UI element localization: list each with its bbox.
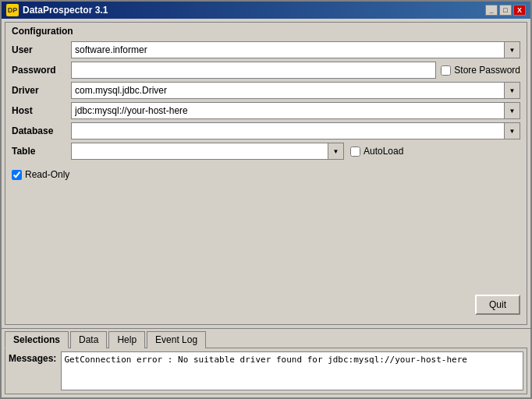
title-bar: DP DataProspector 3.1 _ □ X (2, 2, 530, 19)
messages-text: GetConnection error : No suitable driver… (64, 355, 467, 365)
main-window: DP DataProspector 3.1 _ □ X Configuratio… (0, 0, 532, 399)
tabs-bar: Selections Data Help Event Log (2, 328, 530, 348)
minimize-button[interactable]: _ (485, 5, 498, 16)
readonly-label: Read-Only (25, 169, 69, 180)
database-combo[interactable] (71, 122, 520, 139)
title-bar-left: DP DataProspector 3.1 (6, 4, 108, 16)
tab-data[interactable]: Data (70, 331, 107, 348)
user-row: User (12, 41, 520, 58)
database-input[interactable] (72, 123, 504, 139)
password-label: Password (12, 65, 66, 76)
host-combo[interactable] (71, 102, 520, 119)
password-row: Password Store Password (12, 62, 520, 79)
user-label: User (12, 44, 66, 55)
driver-dropdown-btn[interactable] (504, 83, 520, 98)
autoload-label: AutoLoad (364, 146, 403, 157)
autoload-wrapper: AutoLoad (350, 146, 403, 157)
password-input[interactable] (71, 62, 436, 79)
content-area: Configuration User Password Store Passwo… (2, 19, 530, 328)
table-row: Table AutoLoad (12, 143, 520, 160)
readonly-checkbox[interactable] (12, 170, 22, 180)
readonly-row: Read-Only (12, 169, 520, 180)
messages-panel: Messages: GetConnection error : No suita… (5, 348, 527, 394)
host-row: Host (12, 102, 520, 119)
app-icon: DP (6, 4, 19, 16)
tab-event-log[interactable]: Event Log (147, 331, 206, 348)
tab-selections[interactable]: Selections (5, 331, 69, 348)
close-button[interactable]: X (513, 5, 526, 16)
table-label: Table (12, 146, 66, 157)
window-title: DataProspector 3.1 (23, 5, 108, 16)
messages-box: GetConnection error : No suitable driver… (61, 351, 523, 390)
user-combo[interactable] (71, 41, 520, 58)
driver-label: Driver (12, 85, 66, 96)
messages-label: Messages: (9, 353, 56, 364)
table-combo[interactable] (71, 143, 344, 160)
host-dropdown-btn[interactable] (504, 103, 520, 118)
store-password-wrapper: Store Password (441, 65, 520, 76)
tab-help[interactable]: Help (108, 331, 145, 348)
table-dropdown-btn[interactable] (328, 143, 343, 159)
user-dropdown-btn[interactable] (504, 42, 520, 58)
database-row: Database (12, 122, 520, 139)
store-password-checkbox[interactable] (441, 65, 451, 76)
host-label: Host (12, 105, 66, 116)
quit-button[interactable]: Quit (475, 295, 520, 315)
table-input[interactable] (72, 143, 328, 159)
table-controls: AutoLoad (71, 143, 403, 160)
database-label: Database (12, 125, 66, 136)
driver-input[interactable] (72, 83, 504, 98)
host-input[interactable] (72, 103, 504, 118)
window-controls: _ □ X (485, 5, 526, 16)
config-section: Configuration User Password Store Passwo… (5, 22, 527, 325)
bottom-section: Selections Data Help Event Log Messages:… (2, 328, 530, 397)
driver-row: Driver (12, 82, 520, 99)
driver-combo[interactable] (71, 82, 520, 99)
autoload-checkbox[interactable] (350, 147, 360, 157)
config-label: Configuration (12, 26, 520, 37)
maximize-button[interactable]: □ (499, 5, 512, 16)
user-input[interactable] (72, 42, 504, 58)
store-password-label: Store Password (454, 65, 520, 76)
database-dropdown-btn[interactable] (504, 123, 520, 139)
